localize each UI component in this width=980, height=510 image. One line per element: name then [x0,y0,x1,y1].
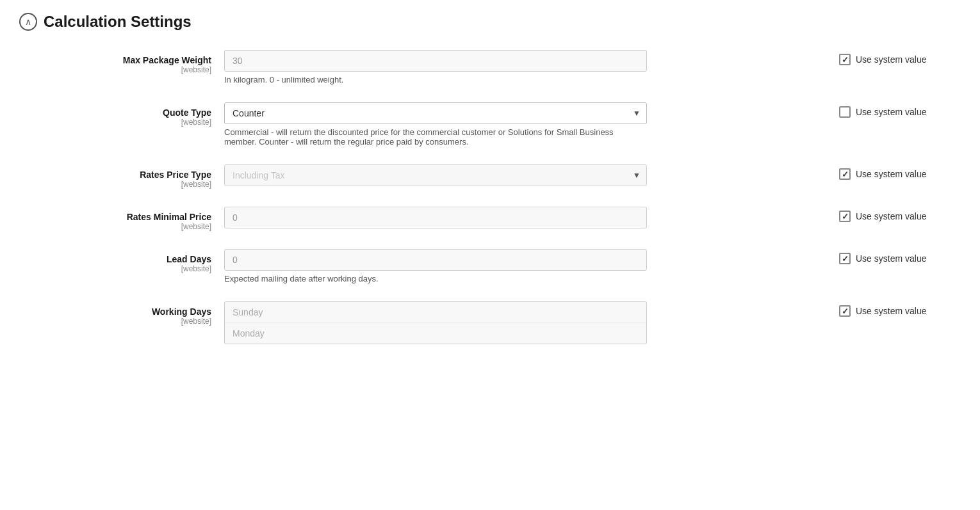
field-label-working-days: Working Days [19,307,211,317]
form-row-lead-days: Lead Days [website] Expected mailing dat… [19,249,961,283]
max-package-weight-hint: In kilogram. 0 - unlimited weight. [224,75,647,84]
content-col-max-package-weight: In kilogram. 0 - unlimited weight. [224,50,820,84]
field-scope-quote-type: [website] [19,118,211,127]
label-col-lead-days: Lead Days [website] [19,249,224,273]
form-row-max-package-weight: Max Package Weight [website] In kilogram… [19,50,961,84]
field-scope-rates-minimal-price: [website] [19,222,211,231]
use-system-value-label-quote-type: Use system value [856,107,926,117]
form-table: Max Package Weight [website] In kilogram… [19,50,961,344]
rates-minimal-price-input[interactable] [224,207,647,228]
quote-type-hint: Commercial - will return the discounted … [224,127,647,147]
use-system-value-wrap-rates-minimal-price: Use system value [839,211,926,222]
field-label-quote-type: Quote Type [19,108,211,118]
content-col-lead-days: Expected mailing date after working days… [224,249,820,283]
form-row-rates-minimal-price: Rates Minimal Price [website] Use system… [19,207,961,231]
use-system-value-label-max-package-weight: Use system value [856,54,926,65]
collapse-icon[interactable] [19,13,37,31]
rates-price-type-select[interactable]: Including Tax Excluding Tax [224,164,647,186]
use-system-value-label-rates-price-type: Use system value [856,169,926,179]
quote-type-select[interactable]: Counter Commercial [224,102,647,124]
field-scope-working-days: [website] [19,317,211,326]
use-system-value-checkbox-rates-minimal-price[interactable] [839,211,851,222]
lead-days-hint: Expected mailing date after working days… [224,274,647,283]
use-system-value-checkbox-quote-type[interactable] [839,106,851,118]
system-value-col-rates-price-type: Use system value [820,164,961,180]
system-value-col-working-days: Use system value [820,301,961,317]
use-system-value-checkbox-rates-price-type[interactable] [839,168,851,180]
max-package-weight-input[interactable] [224,50,647,72]
label-col-rates-minimal-price: Rates Minimal Price [website] [19,207,224,231]
use-system-value-checkbox-max-package-weight[interactable] [839,54,851,65]
quote-type-select-wrapper: Counter Commercial ▼ [224,102,647,124]
field-label-rates-minimal-price: Rates Minimal Price [19,212,211,222]
label-col-rates-price-type: Rates Price Type [website] [19,164,224,189]
field-label-rates-price-type: Rates Price Type [19,170,211,180]
content-col-rates-price-type: Including Tax Excluding Tax ▼ [224,164,820,186]
use-system-value-wrap-quote-type: Use system value [839,106,926,118]
use-system-value-label-rates-minimal-price: Use system value [856,211,926,221]
page-title: Calculation Settings [44,13,192,31]
form-row-rates-price-type: Rates Price Type [website] Including Tax… [19,164,961,189]
use-system-value-wrap-max-package-weight: Use system value [839,54,926,65]
system-value-col-lead-days: Use system value [820,249,961,264]
section-header: Calculation Settings [19,13,961,31]
use-system-value-checkbox-lead-days[interactable] [839,253,851,264]
use-system-value-wrap-rates-price-type: Use system value [839,168,926,180]
form-row-quote-type: Quote Type [website] Counter Commercial … [19,102,961,147]
field-scope-rates-price-type: [website] [19,180,211,189]
field-scope-max-package-weight: [website] [19,65,211,74]
content-col-working-days: Sunday Monday [224,301,820,344]
working-days-option-monday[interactable]: Monday [225,323,646,344]
use-system-value-wrap-lead-days: Use system value [839,253,926,264]
working-days-multiselect[interactable]: Sunday Monday [224,301,647,344]
content-col-quote-type: Counter Commercial ▼ Commercial - will r… [224,102,820,147]
page-container: Calculation Settings Max Package Weight … [0,0,980,375]
use-system-value-wrap-working-days: Use system value [839,305,926,317]
rates-price-type-select-wrapper: Including Tax Excluding Tax ▼ [224,164,647,186]
field-scope-lead-days: [website] [19,264,211,273]
form-row-working-days: Working Days [website] Sunday Monday Use… [19,301,961,344]
label-col-quote-type: Quote Type [website] [19,102,224,127]
system-value-col-max-package-weight: Use system value [820,50,961,65]
use-system-value-label-lead-days: Use system value [856,253,926,264]
system-value-col-rates-minimal-price: Use system value [820,207,961,222]
label-col-working-days: Working Days [website] [19,301,224,326]
system-value-col-quote-type: Use system value [820,102,961,118]
field-label-max-package-weight: Max Package Weight [19,55,211,65]
working-days-option-sunday[interactable]: Sunday [225,302,646,323]
field-label-lead-days: Lead Days [19,254,211,264]
use-system-value-checkbox-working-days[interactable] [839,305,851,317]
use-system-value-label-working-days: Use system value [856,306,926,316]
lead-days-input[interactable] [224,249,647,271]
content-col-rates-minimal-price [224,207,820,228]
label-col-max-package-weight: Max Package Weight [website] [19,50,224,74]
